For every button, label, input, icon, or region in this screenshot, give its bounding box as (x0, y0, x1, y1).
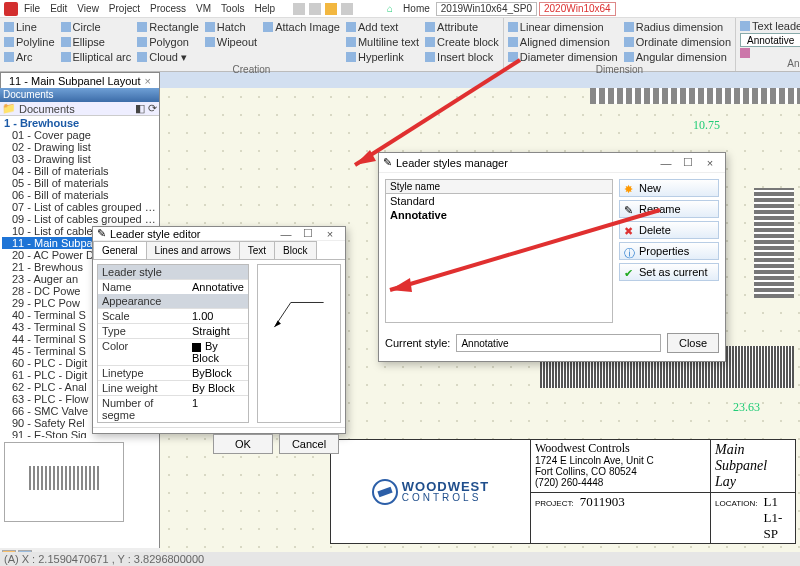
set-current-button[interactable]: ✔Set as current (619, 263, 719, 281)
menu-help[interactable]: Help (250, 3, 279, 14)
ribbon-cmd[interactable]: Ordinate dimension (624, 35, 731, 49)
ribbon-cmd[interactable]: Elliptical arc (61, 50, 132, 64)
pg-row[interactable]: Scale1.00 (98, 308, 248, 323)
ribbon-cmd[interactable]: Diameter dimension (508, 50, 618, 64)
ribbon-group-title: Dimension (508, 64, 731, 75)
minimize-button[interactable]: — (275, 228, 297, 240)
cmd-annotation-dropdown[interactable] (740, 48, 800, 58)
ribbon-cmd[interactable] (205, 50, 257, 64)
ribbon-cmd[interactable]: Insert block (425, 50, 499, 64)
menu-tools[interactable]: Tools (217, 3, 248, 14)
dialog-titlebar[interactable]: ✎ Leader style editor — ☐ × (93, 227, 345, 241)
tree-node[interactable]: 09 - List of cables grouped by refer (2, 213, 157, 225)
tab-general[interactable]: General (93, 241, 147, 259)
ribbon-cmd[interactable]: Wipeout (205, 35, 257, 49)
tree-node[interactable]: 01 - Cover page (2, 129, 157, 141)
close-button[interactable]: × (699, 157, 721, 169)
pg-row[interactable]: LinetypeByBlock (98, 365, 248, 380)
tree-node[interactable]: 06 - Bill of materials (2, 189, 157, 201)
ribbon-cmd[interactable]: Polygon (137, 35, 199, 49)
toolbar-icon[interactable] (309, 3, 321, 15)
pg-row[interactable]: Number of segme1 (98, 395, 248, 422)
color-swatch-icon (192, 343, 201, 352)
menu-process[interactable]: Process (146, 3, 190, 14)
style-row-standard[interactable]: Standard (386, 194, 612, 208)
close-button[interactable]: × (319, 228, 341, 240)
maximize-button[interactable]: ☐ (677, 156, 699, 169)
home-icon[interactable]: ⌂ (383, 3, 397, 14)
ribbon-cmd[interactable]: Arc (4, 50, 55, 64)
menu-view[interactable]: View (73, 3, 103, 14)
ribbon-cmd[interactable]: Attribute (425, 20, 499, 34)
pg-row[interactable]: NameAnnotative (98, 279, 248, 294)
ribbon-cmd[interactable]: Line (4, 20, 55, 34)
panel-toolbar-icon[interactable]: ⟳ (148, 102, 157, 115)
ribbon-cmd[interactable]: Linear dimension (508, 20, 618, 34)
rename-button[interactable]: ✎Rename (619, 200, 719, 218)
ribbon-cmd[interactable]: Polyline (4, 35, 55, 49)
tree-node[interactable]: 02 - Drawing list (2, 141, 157, 153)
ribbon-cmd[interactable]: Multiline text (346, 35, 419, 49)
ribbon-cmd[interactable]: Angular dimension (624, 50, 731, 64)
ribbon-icon (425, 37, 435, 47)
annotation-style-select[interactable]: Annotative (740, 33, 800, 47)
ribbon-cmd[interactable]: Circle (61, 20, 132, 34)
tree-root-node[interactable]: 1 - Brewhouse (2, 117, 157, 129)
pg-section-appearance: Appearance (98, 294, 248, 308)
ribbon-cmd[interactable] (263, 50, 340, 64)
breadcrumb-home[interactable]: Home (399, 3, 434, 14)
grid-column-header[interactable]: Style name (385, 179, 613, 194)
document-tab[interactable]: 11 - Main Subpanel Layout × (0, 72, 160, 88)
toolbar-icon[interactable] (293, 3, 305, 15)
tab-lines-arrows[interactable]: Lines and arrows (146, 241, 240, 259)
pg-row[interactable]: ColorBy Block (98, 338, 248, 365)
tree-node[interactable]: 05 - Bill of materials (2, 177, 157, 189)
ribbon-cmd[interactable]: Add text (346, 20, 419, 34)
cmd-text-leader[interactable]: Text leader (740, 20, 800, 32)
breadcrumb-item-active[interactable]: 2020Win10x64 (539, 2, 616, 16)
close-button-footer[interactable]: Close (667, 333, 719, 353)
toolbar-icon[interactable] (341, 3, 353, 15)
pg-row[interactable]: Line weightBy Block (98, 380, 248, 395)
pg-row[interactable]: TypeStraight (98, 323, 248, 338)
ribbon-cmd[interactable]: Rectangle (137, 20, 199, 34)
dialog-titlebar[interactable]: ✎ Leader styles manager — ☐ × (379, 153, 725, 173)
company-address: Woodwest Controls 1724 E Lincoln Ave, Un… (531, 440, 711, 493)
breadcrumb-item[interactable]: 2019Win10x64_SP0 (436, 2, 537, 16)
ribbon-cmd[interactable]: Create block (425, 35, 499, 49)
tree-node[interactable]: 04 - Bill of materials (2, 165, 157, 177)
menu-bar: File Edit View Project Process VM Tools … (0, 0, 800, 18)
ribbon-cmd[interactable]: Cloud ▾ (137, 50, 199, 64)
style-row-annotative[interactable]: Annotative (386, 208, 612, 222)
rename-icon: ✎ (624, 204, 634, 214)
minimize-button[interactable]: — (655, 157, 677, 169)
ribbon-cmd[interactable] (263, 35, 340, 49)
ribbon-icon (508, 22, 518, 32)
current-style-input[interactable] (456, 334, 661, 352)
tree-node[interactable]: 07 - List of cables grouped by refer (2, 201, 157, 213)
ribbon-cmd[interactable]: Attach Image (263, 20, 340, 34)
menu-edit[interactable]: Edit (46, 3, 71, 14)
panel-toolbar-icon[interactable]: ◧ (135, 102, 145, 115)
ribbon-cmd[interactable]: Radius dimension (624, 20, 731, 34)
tab-block[interactable]: Block (274, 241, 316, 259)
toolbar-icon[interactable] (325, 3, 337, 15)
tree-node[interactable]: 03 - Drawing list (2, 153, 157, 165)
maximize-button[interactable]: ☐ (297, 227, 319, 240)
ok-button[interactable]: OK (213, 434, 273, 454)
ribbon-cmd[interactable]: Aligned dimension (508, 35, 618, 49)
ribbon-cmd[interactable]: Hyperlink (346, 50, 419, 64)
delete-button[interactable]: ✖Delete (619, 221, 719, 239)
ribbon-cmd[interactable]: Hatch (205, 20, 257, 34)
properties-button[interactable]: ⓘProperties (619, 242, 719, 260)
menu-vm[interactable]: VM (192, 3, 215, 14)
tab-text[interactable]: Text (239, 241, 275, 259)
new-button[interactable]: ✸New (619, 179, 719, 197)
tab-close-icon[interactable]: × (144, 75, 150, 87)
cancel-button[interactable]: Cancel (279, 434, 339, 454)
menu-file[interactable]: File (20, 3, 44, 14)
location-field: LOCATION: L1 L1-SP (711, 493, 795, 543)
ribbon-cmd[interactable]: Ellipse (61, 35, 132, 49)
menu-project[interactable]: Project (105, 3, 144, 14)
ribbon-icon (624, 37, 634, 47)
